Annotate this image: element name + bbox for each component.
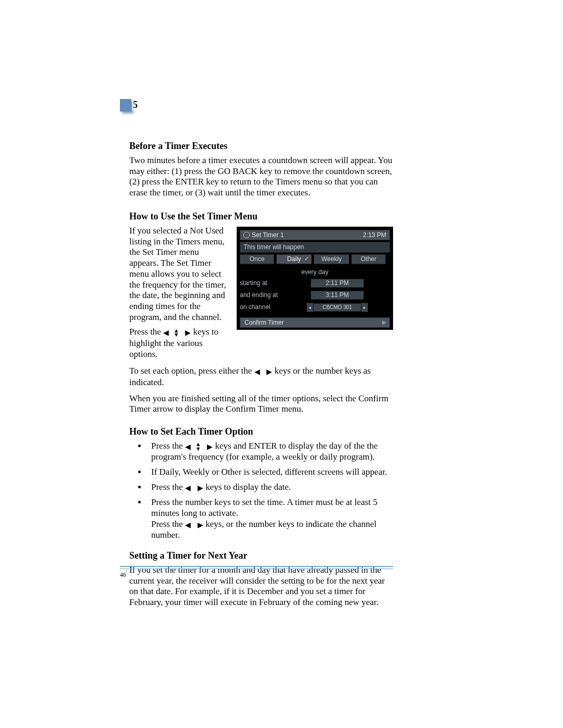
heading-set-each-option: How to Set Each Timer Option <box>129 426 393 438</box>
arrow-right-icon <box>185 327 191 338</box>
footer-rule <box>120 566 393 569</box>
ui-frequency-row: Once Daily Weekly Other <box>240 254 390 264</box>
ui-start-label: starting at <box>240 279 267 287</box>
gear-icon <box>243 232 250 238</box>
arrow-right-icon <box>207 441 213 452</box>
ui-subheading: This timer will happen <box>240 242 390 253</box>
arrow-left-icon <box>185 483 191 493</box>
ui-every-day: every day <box>301 268 328 276</box>
freq-once: Once <box>240 254 274 264</box>
text: Press the <box>129 327 163 337</box>
arrow-left-icon <box>185 520 191 530</box>
heading-before-timer: Before a Timer Executes <box>129 141 393 152</box>
text: Press the <box>151 441 185 451</box>
arrow-updown-icon <box>174 328 181 338</box>
text: Press the <box>151 519 185 529</box>
freq-other: Other <box>351 254 386 264</box>
content-area: Before a Timer Executes Two minutes befo… <box>129 130 393 613</box>
ui-end-row: and ending at 3:11 PM <box>240 291 390 300</box>
list-item: Press the keys and ENTER to display the … <box>147 441 393 463</box>
heading-use-set-timer: How to Use the Set Timer Menu <box>129 211 393 223</box>
para-before-timer: Two minutes before a timer executes a co… <box>129 155 393 199</box>
ui-channel-row: on channel ◂ CBCMO 301 ▸ <box>240 303 390 312</box>
chevron-left-icon: ◂ <box>307 303 313 312</box>
list-item: Press the number keys to set the time. A… <box>147 497 393 541</box>
ui-title: Set Timer 1 <box>252 231 284 239</box>
text: Press the number keys to set the time. A… <box>151 497 377 518</box>
ui-start-value: 2:11 PM <box>311 279 364 288</box>
chevron-right-icon: ▸ <box>361 303 368 312</box>
list-item: If Daily, Weekly or Other is selected, d… <box>147 467 393 478</box>
set-timer-p1: If you selected a Not Used listing in th… <box>129 226 228 323</box>
freq-daily: Daily <box>276 254 312 264</box>
ui-end-value: 3:11 PM <box>311 291 364 300</box>
ui-channel-label: on channel <box>240 303 271 311</box>
chapter-number: 5 <box>132 99 139 110</box>
page-number: 46 <box>120 571 126 579</box>
heading-next-year: Setting a Timer for Next Year <box>129 550 393 562</box>
arrow-right-icon <box>266 366 272 377</box>
ui-confirm-timer: Confirm Timer <box>240 317 390 328</box>
para-next-year: If you set the timer for a month and day… <box>129 565 393 608</box>
freq-daily-label: Daily <box>287 255 301 263</box>
text: Press the <box>151 482 185 492</box>
list-item: Press the keys to display the date. <box>147 482 393 493</box>
set-timer-wrap: Set Timer 1 2:13 PM This timer will happ… <box>129 226 393 364</box>
set-timer-after1: To set each option, press either the key… <box>129 366 393 388</box>
set-timer-left-text: If you selected a Not Used listing in th… <box>129 226 228 364</box>
ui-clock: 2:13 PM <box>363 231 386 239</box>
ui-end-label: and ending at <box>240 291 278 299</box>
arrow-right-icon <box>198 483 203 493</box>
ui-titlebar: Set Timer 1 2:13 PM <box>240 230 390 241</box>
set-timer-p2: Press the keys to highlight the various … <box>129 327 228 360</box>
freq-weekly: Weekly <box>314 254 349 264</box>
chapter-tab: 5 <box>120 99 138 112</box>
set-timer-after2: When you are finished setting all of the… <box>129 393 393 415</box>
text: To set each option, press either the <box>129 366 254 376</box>
arrow-updown-icon <box>195 442 203 451</box>
chapter-tab-box <box>120 99 131 112</box>
arrow-left-icon <box>185 441 191 452</box>
option-list: Press the keys and ENTER to display the … <box>129 441 393 541</box>
arrow-right-icon <box>198 520 203 530</box>
ui-channel-value: CBCMO 301 <box>313 303 361 312</box>
ui-start-row: starting at 2:11 PM <box>240 279 390 288</box>
page: 5 Before a Timer Executes Two minutes be… <box>0 0 563 728</box>
set-timer-screenshot: Set Timer 1 2:13 PM This timer will happ… <box>237 227 393 330</box>
arrow-left-icon <box>254 366 260 377</box>
arrow-left-icon <box>163 327 169 338</box>
text: keys to display the date. <box>205 482 291 492</box>
